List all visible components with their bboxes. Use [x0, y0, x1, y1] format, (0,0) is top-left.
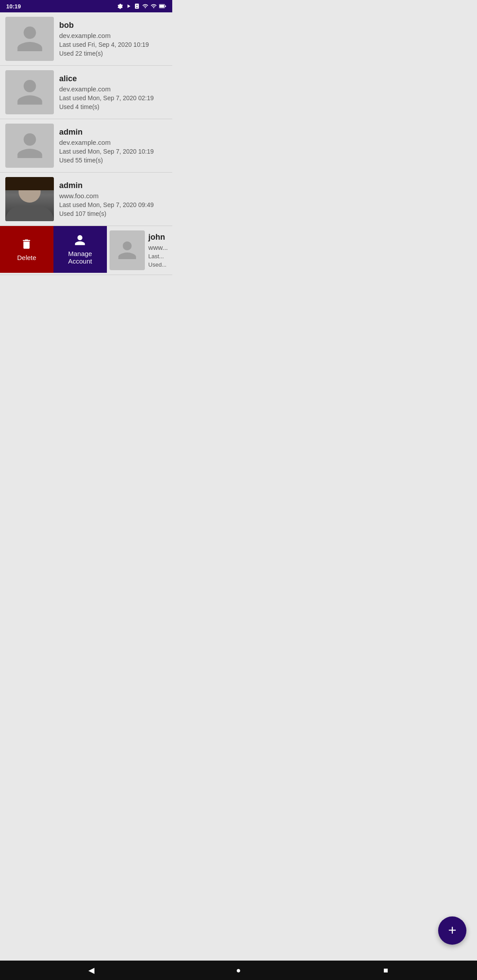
- account-info: bob dev.example.com Last used Fri, Sep 4…: [59, 21, 167, 57]
- avatar: [5, 124, 54, 168]
- account-name: john: [148, 233, 168, 242]
- avatar: [5, 17, 54, 61]
- account-usage: Used 22 time(s): [59, 50, 167, 57]
- account-name: alice: [59, 74, 167, 83]
- context-menu-row: Delete Manage Account john www... Last..…: [0, 226, 172, 275]
- avatar: [5, 177, 54, 221]
- account-list: bob dev.example.com Last used Fri, Sep 4…: [0, 12, 172, 226]
- manage-label: Manage Account: [58, 250, 102, 265]
- default-avatar-icon: [13, 130, 47, 161]
- account-domain: dev.example.com: [59, 139, 167, 146]
- manage-account-button[interactable]: Manage Account: [53, 226, 107, 273]
- account-last-used: Last used Mon, Sep 7, 2020 02:19: [59, 94, 167, 102]
- signal-icon: [151, 3, 157, 9]
- account-item[interactable]: bob dev.example.com Last used Fri, Sep 4…: [0, 12, 172, 66]
- account-info: alice dev.example.com Last used Mon, Sep…: [59, 74, 167, 110]
- account-name: bob: [59, 21, 167, 30]
- account-last-used: Last...: [148, 253, 168, 260]
- account-last-used: Last used Mon, Sep 7, 2020 09:49: [59, 201, 167, 208]
- delete-label: Delete: [17, 254, 36, 261]
- account-name: admin: [59, 181, 167, 190]
- account-item[interactable]: admin dev.example.com Last used Mon, Sep…: [0, 119, 172, 173]
- account-usage: Used 107 time(s): [59, 210, 167, 217]
- account-domain: www...: [148, 244, 168, 251]
- account-last-used: Last used Fri, Sep 4, 2020 10:19: [59, 41, 167, 48]
- account-info: admin www.foo.com Last used Mon, Sep 7, …: [59, 181, 167, 217]
- settings-icon: [117, 3, 123, 9]
- default-avatar-icon: [116, 239, 138, 261]
- play-icon: [125, 3, 132, 9]
- svg-rect-2: [165, 6, 166, 7]
- svg-rect-1: [159, 5, 164, 8]
- battery-icon: [159, 4, 166, 9]
- account-item-partial[interactable]: john www... Last... Used...: [107, 226, 172, 275]
- status-icons: [117, 3, 166, 9]
- status-time: 10:19: [6, 3, 21, 10]
- default-avatar-icon: [13, 77, 47, 108]
- wifi-icon: [142, 3, 148, 9]
- delete-button[interactable]: Delete: [0, 226, 53, 273]
- manage-account-icon: [74, 234, 86, 246]
- account-info: admin dev.example.com Last used Mon, Sep…: [59, 128, 167, 164]
- account-domain: dev.example.com: [59, 85, 167, 93]
- account-domain: www.foo.com: [59, 192, 167, 200]
- account-name: admin: [59, 128, 167, 137]
- sim-icon: [134, 3, 140, 9]
- empty-space: [0, 275, 172, 354]
- account-domain: dev.example.com: [59, 32, 167, 39]
- account-last-used: Last used Mon, Sep 7, 2020 10:19: [59, 148, 167, 155]
- context-menu: Delete Manage Account: [0, 226, 107, 275]
- account-usage: Used 55 time(s): [59, 157, 167, 164]
- account-usage: Used 4 time(s): [59, 103, 167, 110]
- delete-icon: [20, 238, 33, 250]
- account-item[interactable]: alice dev.example.com Last used Mon, Sep…: [0, 66, 172, 119]
- account-item[interactable]: admin www.foo.com Last used Mon, Sep 7, …: [0, 173, 172, 226]
- avatar: [5, 70, 54, 114]
- default-avatar-icon: [13, 23, 47, 54]
- account-usage: Used...: [148, 261, 168, 268]
- status-bar: 10:19: [0, 0, 172, 12]
